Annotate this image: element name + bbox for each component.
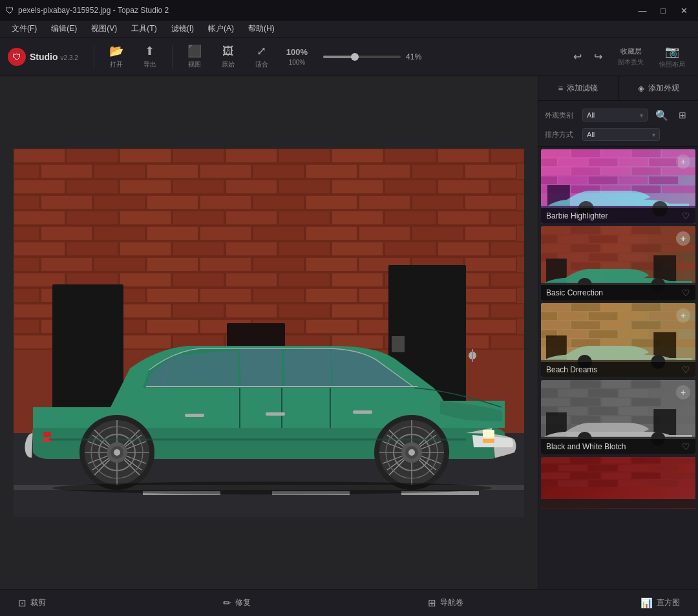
svg-rect-322 <box>571 457 600 463</box>
svg-rect-118 <box>306 319 357 334</box>
svg-rect-85 <box>173 273 224 287</box>
svg-rect-104 <box>120 304 171 318</box>
svg-rect-2 <box>14 149 65 163</box>
svg-rect-26 <box>226 180 277 194</box>
svg-rect-238 <box>631 244 661 252</box>
svg-rect-331 <box>541 473 570 479</box>
svg-rect-76 <box>200 257 251 271</box>
svg-rect-333 <box>602 473 631 479</box>
svg-rect-292 <box>631 380 661 388</box>
preset-barbie-highlighter[interactable]: + Barbie Highlighter ♡ <box>541 149 695 224</box>
preset-basic-name: Basic Correction <box>546 288 603 297</box>
nav-button[interactable]: ⊞ 导航卷 <box>423 595 469 611</box>
svg-rect-61 <box>465 226 516 240</box>
svg-rect-60 <box>412 226 463 240</box>
logo-version: v2.3.2 <box>61 54 78 61</box>
snapshot-button[interactable]: 📷 快照布局 <box>654 42 690 72</box>
export-button[interactable]: ⬆ 导出 <box>136 41 164 72</box>
svg-rect-228 <box>631 226 661 234</box>
add-filter-button[interactable]: ≡ 添加滤镜 <box>538 76 618 100</box>
original-button[interactable]: 🖼 原始 <box>214 42 242 72</box>
category-select[interactable]: All ▾ <box>582 109 648 122</box>
favorite-bw-button[interactable]: ♡ <box>682 441 690 452</box>
svg-rect-49 <box>385 211 436 225</box>
nav-label: 导航卷 <box>440 597 463 608</box>
crop-button[interactable]: ⊡ 裁剪 <box>13 595 51 611</box>
zoom100-icon: 100% <box>286 47 308 57</box>
maximize-button[interactable]: □ <box>654 4 672 17</box>
zoom-slider[interactable] <box>323 56 401 58</box>
favorite-barbie-button[interactable]: ♡ <box>682 211 690 221</box>
svg-rect-266 <box>649 312 678 320</box>
svg-rect-131 <box>491 335 524 349</box>
svg-rect-326 <box>541 465 557 471</box>
svg-rect-23 <box>67 180 118 194</box>
preset-add-icon: + <box>676 231 690 246</box>
undo-button[interactable]: ↩ <box>567 47 587 67</box>
svg-rect-3 <box>67 149 118 163</box>
fix-label: 修复 <box>235 597 251 608</box>
menu-help[interactable]: 帮助(H) <box>242 22 281 36</box>
view-button[interactable]: ⬛ 视图 <box>180 41 209 72</box>
svg-rect-339 <box>619 480 648 487</box>
svg-rect-262 <box>541 312 557 320</box>
titlebar-controls: — □ ✕ <box>633 4 693 17</box>
preset-basic-correction[interactable]: + + Basic Correction ♡ <box>541 226 695 301</box>
toolbar-divider-1 <box>94 45 94 69</box>
histogram-button[interactable]: 📊 直方图 <box>635 595 685 611</box>
titlebar: 🛡 pexels-pixabay-315952.jpg - Topaz Stud… <box>0 0 698 21</box>
canvas-image <box>14 149 524 517</box>
sort-select[interactable]: All ▾ <box>582 128 660 141</box>
svg-rect-27 <box>279 180 330 194</box>
menu-edit[interactable]: 编辑(E) <box>45 22 83 36</box>
redo-button[interactable]: ↪ <box>588 47 608 67</box>
svg-rect-263 <box>558 312 587 320</box>
menu-file[interactable]: 文件(F) <box>5 22 43 36</box>
svg-rect-234 <box>649 235 678 243</box>
svg-rect-13 <box>41 164 92 178</box>
svg-rect-303 <box>662 398 695 406</box>
minimize-button[interactable]: — <box>633 4 651 17</box>
favorite-beach-button[interactable]: ♡ <box>682 365 690 375</box>
preset-beach-dreams[interactable]: + Beach Dreams ♡ <box>541 303 695 377</box>
svg-rect-121 <box>465 319 516 334</box>
svg-point-190 <box>52 482 492 494</box>
menu-filter[interactable]: 滤镜(I) <box>165 22 200 36</box>
svg-rect-156 <box>483 430 494 438</box>
preset-crimson-fade[interactable] <box>541 457 695 509</box>
add-look-button[interactable]: ◈ 添加外观 <box>618 76 698 100</box>
effects-layer-button[interactable]: 收藏层 副本丢失 <box>613 44 649 69</box>
svg-rect-217 <box>662 186 695 193</box>
menu-view[interactable]: 视图(V) <box>85 22 123 36</box>
car-scene-svg <box>14 149 524 517</box>
preset-barbie-name: Barbie Highlighter <box>546 211 608 220</box>
favorite-basic-button[interactable]: ♡ <box>682 288 690 298</box>
preset-bw-blotch[interactable]: + Black and White Blotch ♡ <box>541 380 695 454</box>
open-button[interactable]: 📂 打开 <box>102 41 131 72</box>
fix-button[interactable]: ✏ 修复 <box>218 595 256 611</box>
svg-rect-112 <box>14 319 39 334</box>
search-button[interactable]: 🔍 <box>653 106 671 124</box>
svg-rect-39 <box>359 195 410 209</box>
svg-rect-52 <box>14 226 39 240</box>
original-label: 原始 <box>222 60 235 69</box>
menu-account[interactable]: 帐户(A) <box>202 22 240 36</box>
canvas-area[interactable] <box>0 76 538 589</box>
svg-rect-77 <box>253 257 304 271</box>
filter-row-right: 🔍 ⊞ <box>653 106 692 124</box>
grid-view-button[interactable]: ⊞ <box>673 106 692 124</box>
svg-rect-24 <box>120 180 171 194</box>
svg-rect-21 <box>465 164 516 178</box>
close-button[interactable]: ✕ <box>675 4 693 17</box>
logo-icon: 🛡 <box>8 48 26 66</box>
svg-rect-268 <box>571 321 600 329</box>
svg-rect-274 <box>589 330 618 338</box>
preset-red-thumb <box>541 457 695 509</box>
zoom-100-button[interactable]: 100% 100% <box>281 45 313 69</box>
menu-tools[interactable]: 工具(T) <box>125 22 163 36</box>
svg-rect-233 <box>619 235 648 243</box>
fit-button[interactable]: ⤢ 适合 <box>248 41 276 72</box>
histogram-icon: 📊 <box>640 597 653 609</box>
right-panel: ≡ 添加滤镜 ◈ 添加外观 外观类别 All ▾ 🔍 ⊞ <box>538 76 698 589</box>
fit-label: 适合 <box>255 60 268 69</box>
